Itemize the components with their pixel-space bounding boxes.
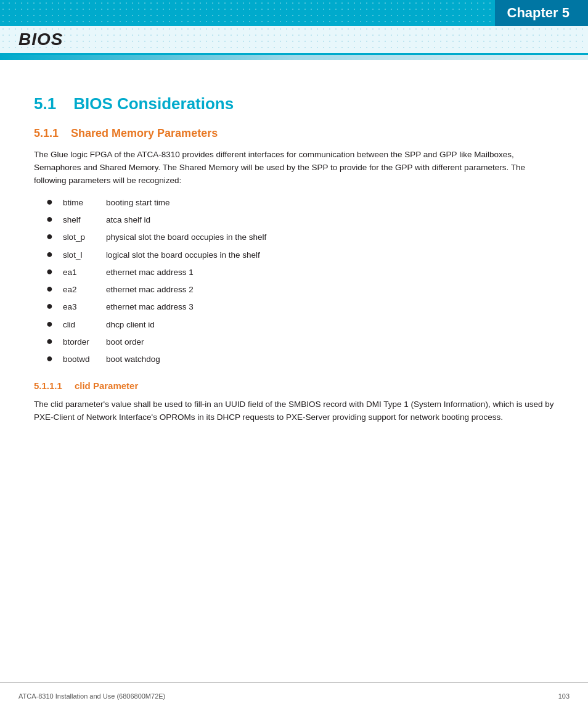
footer-page-number: 103	[558, 692, 570, 700]
list-item: ● btorder boot order	[46, 335, 554, 348]
list-item: ● clid dhcp client id	[46, 318, 554, 331]
param-desc: boot order	[106, 336, 144, 348]
param-name: btorder	[63, 336, 106, 348]
param-desc: logical slot the board occupies in the s…	[106, 249, 260, 261]
section-5-1-number: 5.1	[34, 94, 56, 113]
list-bullet: ●	[46, 353, 53, 364]
param-desc: ethernet mac address 1	[106, 266, 194, 279]
section-5-1-title: 5.1BIOS Considerations	[34, 94, 554, 113]
list-bullet: ●	[46, 335, 53, 347]
section-5-1-1-1-body: The clid parameter's value shall be used…	[34, 398, 554, 424]
param-name: clid	[63, 319, 106, 331]
list-bullet: ●	[46, 231, 53, 242]
list-item: ● slot_l logical slot the board occupies…	[46, 248, 554, 261]
param-name: btime	[63, 197, 106, 209]
param-name: shelf	[63, 214, 106, 226]
bios-title-dots-background	[0, 26, 588, 53]
section-5-1-1-number: 5.1.1	[34, 127, 59, 139]
bios-title-bar: BIOS	[0, 26, 588, 55]
param-name: bootwd	[63, 353, 106, 366]
list-item: ● slot_p physical slot the board occupie…	[46, 231, 554, 244]
list-bullet: ●	[46, 196, 53, 207]
list-bullet: ●	[46, 248, 53, 260]
param-name: ea3	[63, 301, 106, 313]
list-item: ● btime booting start time	[46, 196, 554, 209]
param-name: slot_l	[63, 249, 106, 261]
list-bullet: ●	[46, 283, 53, 294]
list-bullet: ●	[46, 213, 53, 224]
param-desc: physical slot the board occupies in the …	[106, 231, 266, 244]
page-header: Chapter 5	[0, 0, 588, 26]
param-desc: ethernet mac address 3	[106, 301, 194, 313]
param-desc: ethernet mac address 2	[106, 284, 194, 296]
section-5-1-1-heading: Shared Memory Parameters	[71, 127, 218, 139]
param-desc: booting start time	[106, 197, 170, 209]
list-item: ● ea2 ethernet mac address 2	[46, 283, 554, 296]
section-5-1-1-title: 5.1.1Shared Memory Parameters	[34, 127, 554, 140]
section-5-1-1-body: The Glue logic FPGA of the ATCA-8310 pro…	[34, 149, 554, 187]
list-item: ● shelf atca shelf id	[46, 213, 554, 226]
param-name: slot_p	[63, 231, 106, 244]
param-desc: boot watchdog	[106, 353, 160, 366]
list-bullet: ●	[46, 318, 53, 329]
param-name: ea1	[63, 266, 106, 279]
page-footer: ATCA-8310 Installation and Use (6806800M…	[0, 692, 588, 700]
cyan-accent-bar	[0, 55, 588, 60]
main-content: 5.1BIOS Considerations 5.1.1Shared Memor…	[0, 60, 588, 451]
param-desc: dhcp client id	[106, 319, 155, 331]
parameter-list: ● btime booting start time ● shelf atca …	[46, 196, 554, 366]
param-desc: atca shelf id	[106, 214, 150, 226]
chapter-label: Chapter 5	[495, 0, 588, 26]
list-item: ● bootwd boot watchdog	[46, 353, 554, 366]
list-item: ● ea3 ethernet mac address 3	[46, 300, 554, 313]
footer-left-text: ATCA-8310 Installation and Use (6806800M…	[18, 692, 165, 700]
section-5-1-1-1-heading: clid Parameter	[75, 380, 138, 391]
section-5-1-heading: BIOS Considerations	[73, 94, 234, 113]
footer-divider	[0, 682, 588, 683]
section-5-1-1-1-number: 5.1.1.1	[34, 380, 62, 391]
chapter-label-text: Chapter 5	[507, 5, 570, 21]
section-5-1-1-1-title: 5.1.1.1clid Parameter	[34, 380, 554, 391]
param-name: ea2	[63, 284, 106, 296]
list-bullet: ●	[46, 300, 53, 311]
list-bullet: ●	[46, 266, 53, 277]
list-item: ● ea1 ethernet mac address 1	[46, 266, 554, 279]
bios-title-text: BIOS	[18, 30, 63, 49]
